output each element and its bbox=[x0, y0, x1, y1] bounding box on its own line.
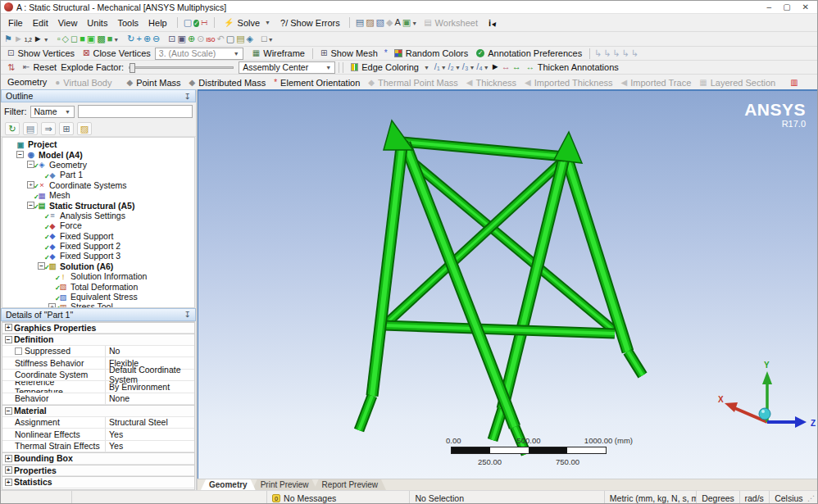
detail-value[interactable]: None bbox=[106, 393, 194, 403]
zoom-search-icon[interactable]: ⊙ bbox=[197, 34, 204, 43]
tab-geometry[interactable]: Geometry bbox=[201, 479, 256, 490]
suppressed-checkbox[interactable] bbox=[15, 347, 22, 355]
explode-factor-slider[interactable] bbox=[129, 66, 234, 69]
edge-direction-dropdown-1-arrow[interactable]: ▼ bbox=[441, 65, 447, 70]
refresh-outline-icon[interactable]: ↻ bbox=[5, 122, 20, 135]
iso-view-icon[interactable]: ISO bbox=[206, 37, 215, 43]
solve-dropdown-arrow[interactable]: ▼ bbox=[265, 20, 270, 25]
chart-icon[interactable]: ▤ bbox=[356, 17, 364, 27]
edge-select-icon[interactable]: ◇ bbox=[62, 34, 69, 43]
connections-icon[interactable]: ∺ bbox=[201, 17, 208, 27]
tree-item-project[interactable]: ▣Project bbox=[2, 139, 194, 149]
magnify-icon[interactable]: ⊕ bbox=[188, 34, 195, 43]
assembly-center-select[interactable]: Assembly Center▼ bbox=[239, 61, 335, 74]
tree-item-solution-information[interactable]: !✓Solution Information bbox=[2, 271, 194, 281]
temperature-units-status[interactable]: Celsius bbox=[770, 491, 807, 504]
vertex-select-icon[interactable]: ▫ bbox=[57, 34, 61, 43]
menu-edit[interactable]: Edit bbox=[28, 16, 53, 30]
ready-status-icon[interactable]: ✓ bbox=[193, 20, 199, 27]
annotation-scale-icon-2[interactable]: ↳ bbox=[603, 48, 611, 58]
details-section-definition[interactable]: −Definition bbox=[2, 334, 194, 346]
tag-icon[interactable]: ◈ bbox=[247, 34, 253, 43]
show-errors-button[interactable]: ?/ Show Errors bbox=[276, 17, 344, 29]
box-select-icon[interactable]: ▩ bbox=[97, 34, 105, 43]
zoom-out-icon[interactable]: ⊖ bbox=[152, 34, 160, 43]
tree-item-fixed-support-2[interactable]: ◆✓Fixed Support 2 bbox=[2, 241, 194, 251]
image-capture-icon[interactable]: ▧ bbox=[376, 17, 384, 27]
edge-direction-dropdown-2-arrow[interactable]: ▼ bbox=[455, 65, 461, 70]
details-section-properties[interactable]: +Properties bbox=[2, 465, 194, 477]
details-section-graphics-properties[interactable]: +Graphics Properties bbox=[2, 322, 194, 334]
details-section-statistics[interactable]: +Statistics bbox=[2, 476, 194, 488]
zoom-to-fit-icon[interactable]: ▣ bbox=[178, 34, 186, 43]
edge-direction-dropdown-2[interactable]: /₂▼ bbox=[448, 61, 461, 71]
section-expander[interactable]: + bbox=[5, 324, 12, 331]
tree-item-fixed-support[interactable]: ◆✓Fixed Support bbox=[2, 231, 194, 241]
rotate-icon[interactable]: ↻ bbox=[127, 34, 134, 43]
angular-velocity-units-status[interactable]: rad/s bbox=[740, 491, 770, 504]
tree-item-fixed-support-3[interactable]: ◆✓Fixed Support 3 bbox=[2, 251, 194, 261]
section-expander[interactable]: − bbox=[5, 336, 12, 343]
edge-direction-dropdown-4-arrow[interactable]: ▼ bbox=[484, 65, 489, 70]
extend-selection-icon-arrow[interactable]: ▼ bbox=[113, 37, 119, 43]
star-icon[interactable]: * bbox=[384, 49, 388, 57]
detail-value[interactable]: Yes bbox=[106, 429, 194, 439]
detail-value[interactable]: Structural Steel bbox=[106, 417, 194, 427]
thicken-annotations-button[interactable]: ↔ Thicken Annotations bbox=[522, 61, 623, 73]
viewports-icon-arrow[interactable]: ▼ bbox=[268, 37, 274, 43]
label-icon[interactable]: ⚑ bbox=[4, 34, 12, 43]
show-mesh-button[interactable]: ⊞ Show Mesh bbox=[316, 48, 382, 59]
annotation-scale-icon-4[interactable]: ↳ bbox=[622, 48, 629, 58]
detail-value[interactable]: Yes bbox=[106, 441, 194, 451]
edge-direction-dropdown-3-arrow[interactable]: ▼ bbox=[469, 65, 475, 70]
vertex-scale-select[interactable]: 3. (Auto Scale)▼ bbox=[155, 48, 243, 60]
reset-button[interactable]: ⇤ Reset bbox=[19, 61, 61, 73]
expand-all-icon[interactable]: ⊞ bbox=[59, 122, 74, 135]
figure-icon-arrow[interactable]: ▼ bbox=[411, 20, 417, 26]
tree-item-geometry[interactable]: −◈✓Geometry bbox=[2, 160, 194, 170]
tree-item-force[interactable]: ◆✓Force bbox=[2, 220, 194, 230]
notify-icon[interactable]: ◆ bbox=[386, 17, 393, 27]
filter-tree-icon[interactable]: ⇒ bbox=[41, 122, 56, 135]
figure-icon[interactable]: ▣▼ bbox=[402, 17, 417, 27]
section-expander[interactable]: + bbox=[5, 479, 12, 486]
detail-value[interactable]: No bbox=[106, 346, 194, 356]
model-canvas[interactable]: XYZ bbox=[198, 91, 817, 479]
console-icon[interactable]: ▢ bbox=[184, 17, 192, 27]
select-mode-icon[interactable]: ►▼ bbox=[34, 34, 49, 43]
edge-direction-dropdown-4[interactable]: /₄▼ bbox=[476, 61, 489, 71]
face-select-icon[interactable]: ◻ bbox=[70, 34, 78, 43]
distributed-mass-btn[interactable]: ◆Distributed Mass bbox=[185, 77, 270, 89]
slider-thumb[interactable] bbox=[130, 63, 135, 73]
close-vertices-button[interactable]: ⊠ Close Vertices bbox=[79, 48, 155, 59]
element-orientation-btn[interactable]: *Element Orientation bbox=[270, 77, 364, 89]
explode-reset-icon[interactable]: ⇅ bbox=[4, 61, 18, 74]
pin-icon[interactable]: ↧ bbox=[184, 92, 191, 101]
body-select-icon[interactable]: ■ bbox=[80, 34, 85, 43]
tree-expander[interactable]: − bbox=[16, 151, 24, 158]
solve-button[interactable]: ⚡ Solve ▼ bbox=[220, 17, 275, 29]
select-mode-icon-arrow[interactable]: ▼ bbox=[43, 37, 49, 43]
tree-item-static-structural-a5-[interactable]: −▤✓Static Structural (A5) bbox=[2, 200, 194, 210]
show-vertices-button[interactable]: ⊡ Show Vertices bbox=[3, 48, 79, 59]
tab-report-preview[interactable]: Report Preview bbox=[314, 479, 386, 490]
tree-item-stress-tool[interactable]: +▥✓Stress Tool bbox=[2, 302, 194, 307]
messages-status[interactable]: 0 No Messages bbox=[267, 491, 410, 504]
tree-item-part-1[interactable]: ◆✓Part 1 bbox=[2, 170, 194, 179]
angle-units-status[interactable]: Degrees bbox=[697, 491, 739, 504]
minimize-button[interactable]: – bbox=[767, 2, 772, 11]
annotation-scale-icon-1[interactable]: ↳ bbox=[594, 48, 602, 58]
point-mass-btn[interactable]: ◆Point Mass bbox=[122, 77, 184, 89]
pick-multiple-icon[interactable]: ▣ bbox=[87, 34, 95, 43]
direction-icon[interactable]: ► bbox=[14, 34, 23, 43]
detail-value[interactable]: By Environment bbox=[106, 382, 194, 392]
snapshot-icon[interactable]: ▤ bbox=[236, 34, 244, 43]
edge-direction-dropdown-3[interactable]: /₃▼ bbox=[462, 61, 475, 71]
details-section-bounding-box[interactable]: +Bounding Box bbox=[2, 452, 194, 465]
maximize-button[interactable]: ▢ bbox=[783, 2, 790, 11]
report-icon[interactable]: ▨ bbox=[366, 17, 374, 27]
wireframe-button[interactable]: ▦ Wireframe bbox=[248, 48, 309, 59]
annotation-scale-icon-3[interactable]: ↳ bbox=[613, 48, 620, 58]
prev-view-icon[interactable]: ↶ bbox=[217, 34, 225, 43]
menu-file[interactable]: File bbox=[3, 16, 28, 30]
